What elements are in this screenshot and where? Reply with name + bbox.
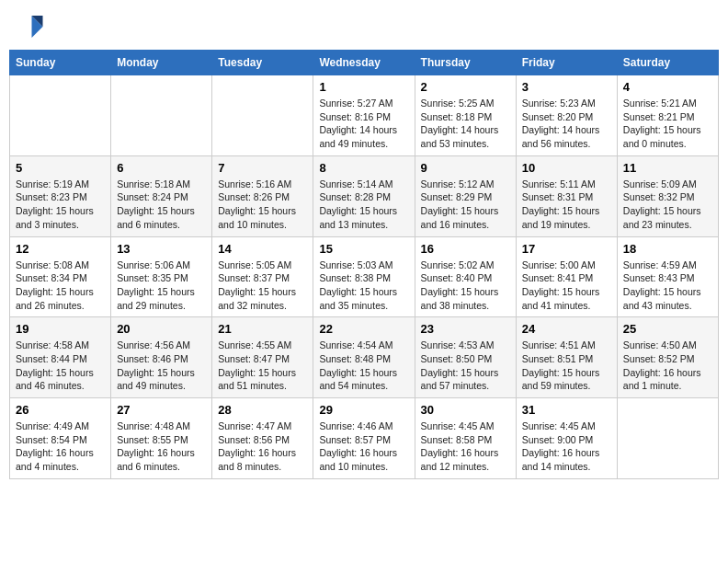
day-info: Sunrise: 4:55 AMSunset: 8:47 PMDaylight:… [218, 339, 307, 393]
day-info: Sunrise: 5:05 AMSunset: 8:37 PMDaylight:… [218, 259, 307, 313]
day-number: 6 [117, 161, 206, 175]
day-number: 25 [623, 322, 712, 336]
day-number: 30 [421, 403, 510, 417]
calendar-cell [617, 398, 718, 479]
calendar-cell: 10Sunrise: 5:11 AMSunset: 8:31 PMDayligh… [516, 155, 617, 236]
calendar-cell: 16Sunrise: 5:02 AMSunset: 8:40 PMDayligh… [415, 236, 516, 317]
day-number: 24 [522, 322, 611, 336]
day-info: Sunrise: 5:21 AMSunset: 8:21 PMDaylight:… [623, 97, 712, 151]
day-info: Sunrise: 5:23 AMSunset: 8:20 PMDaylight:… [522, 97, 611, 151]
week-row-2: 5Sunrise: 5:19 AMSunset: 8:23 PMDaylight… [10, 155, 719, 236]
day-number: 22 [319, 322, 408, 336]
day-number: 19 [16, 322, 105, 336]
day-number: 11 [623, 161, 712, 175]
day-number: 10 [522, 161, 611, 175]
day-number: 23 [421, 322, 510, 336]
calendar-cell: 3Sunrise: 5:23 AMSunset: 8:20 PMDaylight… [516, 75, 617, 156]
calendar-cell: 2Sunrise: 5:25 AMSunset: 8:18 PMDaylight… [415, 75, 516, 156]
weekday-wednesday: Wednesday [313, 51, 415, 75]
page-header [9, 9, 719, 44]
calendar-cell: 28Sunrise: 4:47 AMSunset: 8:56 PMDayligh… [212, 398, 313, 479]
logo [17, 13, 48, 40]
day-number: 9 [421, 161, 510, 175]
weekday-thursday: Thursday [415, 51, 516, 75]
calendar-cell: 5Sunrise: 5:19 AMSunset: 8:23 PMDaylight… [10, 155, 111, 236]
day-info: Sunrise: 5:12 AMSunset: 8:29 PMDaylight:… [421, 178, 510, 232]
day-number: 20 [117, 322, 206, 336]
day-number: 1 [319, 80, 408, 94]
day-info: Sunrise: 4:58 AMSunset: 8:44 PMDaylight:… [16, 339, 105, 393]
day-info: Sunrise: 4:54 AMSunset: 8:48 PMDaylight:… [319, 339, 408, 393]
day-info: Sunrise: 4:46 AMSunset: 8:57 PMDaylight:… [319, 419, 408, 474]
day-info: Sunrise: 4:45 AMSunset: 8:58 PMDaylight:… [421, 419, 510, 474]
calendar-cell: 30Sunrise: 4:45 AMSunset: 8:58 PMDayligh… [415, 398, 516, 479]
week-row-4: 19Sunrise: 4:58 AMSunset: 8:44 PMDayligh… [10, 317, 719, 398]
day-info: Sunrise: 5:19 AMSunset: 8:23 PMDaylight:… [16, 178, 105, 232]
week-row-5: 26Sunrise: 4:49 AMSunset: 8:54 PMDayligh… [10, 398, 719, 479]
calendar-cell [212, 75, 313, 156]
calendar-cell: 1Sunrise: 5:27 AMSunset: 8:16 PMDaylight… [313, 75, 415, 156]
day-number: 31 [522, 403, 611, 417]
day-number: 8 [319, 161, 408, 175]
calendar-cell: 9Sunrise: 5:12 AMSunset: 8:29 PMDaylight… [415, 155, 516, 236]
calendar-cell: 17Sunrise: 5:00 AMSunset: 8:41 PMDayligh… [516, 236, 617, 317]
weekday-sunday: Sunday [10, 51, 111, 75]
day-info: Sunrise: 4:50 AMSunset: 8:52 PMDaylight:… [623, 339, 712, 393]
day-number: 17 [522, 242, 611, 256]
week-row-3: 12Sunrise: 5:08 AMSunset: 8:34 PMDayligh… [10, 236, 719, 317]
day-number: 12 [16, 242, 105, 256]
weekday-saturday: Saturday [617, 51, 718, 75]
day-info: Sunrise: 5:00 AMSunset: 8:41 PMDaylight:… [522, 259, 611, 313]
day-number: 16 [421, 242, 510, 256]
day-info: Sunrise: 4:59 AMSunset: 8:43 PMDaylight:… [623, 259, 712, 313]
day-info: Sunrise: 5:02 AMSunset: 8:40 PMDaylight:… [421, 259, 510, 313]
calendar-cell: 20Sunrise: 4:56 AMSunset: 8:46 PMDayligh… [111, 317, 212, 398]
day-info: Sunrise: 4:45 AMSunset: 9:00 PMDaylight:… [522, 419, 611, 474]
day-info: Sunrise: 4:47 AMSunset: 8:56 PMDaylight:… [218, 419, 307, 474]
day-info: Sunrise: 4:51 AMSunset: 8:51 PMDaylight:… [522, 339, 611, 393]
calendar-cell: 31Sunrise: 4:45 AMSunset: 9:00 PMDayligh… [516, 398, 617, 479]
calendar-cell: 8Sunrise: 5:14 AMSunset: 8:28 PMDaylight… [313, 155, 415, 236]
day-info: Sunrise: 5:18 AMSunset: 8:24 PMDaylight:… [117, 178, 206, 232]
calendar-table: SundayMondayTuesdayWednesdayThursdayFrid… [9, 50, 719, 479]
day-info: Sunrise: 5:25 AMSunset: 8:18 PMDaylight:… [421, 97, 510, 151]
weekday-tuesday: Tuesday [212, 51, 313, 75]
calendar-cell: 6Sunrise: 5:18 AMSunset: 8:24 PMDaylight… [111, 155, 212, 236]
day-info: Sunrise: 5:03 AMSunset: 8:38 PMDaylight:… [319, 259, 408, 313]
day-number: 28 [218, 403, 307, 417]
calendar-cell: 24Sunrise: 4:51 AMSunset: 8:51 PMDayligh… [516, 317, 617, 398]
day-number: 26 [16, 403, 105, 417]
calendar-cell: 12Sunrise: 5:08 AMSunset: 8:34 PMDayligh… [10, 236, 111, 317]
day-info: Sunrise: 5:14 AMSunset: 8:28 PMDaylight:… [319, 178, 408, 232]
day-info: Sunrise: 5:08 AMSunset: 8:34 PMDaylight:… [16, 259, 105, 313]
day-info: Sunrise: 4:48 AMSunset: 8:55 PMDaylight:… [117, 419, 206, 474]
weekday-header-row: SundayMondayTuesdayWednesdayThursdayFrid… [10, 51, 719, 75]
calendar-cell: 11Sunrise: 5:09 AMSunset: 8:32 PMDayligh… [617, 155, 718, 236]
day-info: Sunrise: 4:53 AMSunset: 8:50 PMDaylight:… [421, 339, 510, 393]
day-number: 29 [319, 403, 408, 417]
weekday-monday: Monday [111, 51, 212, 75]
day-number: 7 [218, 161, 307, 175]
calendar-cell: 14Sunrise: 5:05 AMSunset: 8:37 PMDayligh… [212, 236, 313, 317]
calendar-cell: 21Sunrise: 4:55 AMSunset: 8:47 PMDayligh… [212, 317, 313, 398]
calendar-cell: 15Sunrise: 5:03 AMSunset: 8:38 PMDayligh… [313, 236, 415, 317]
day-info: Sunrise: 4:56 AMSunset: 8:46 PMDaylight:… [117, 339, 206, 393]
day-number: 21 [218, 322, 307, 336]
calendar-cell [111, 75, 212, 156]
calendar-cell: 26Sunrise: 4:49 AMSunset: 8:54 PMDayligh… [10, 398, 111, 479]
day-number: 27 [117, 403, 206, 417]
calendar-cell: 13Sunrise: 5:06 AMSunset: 8:35 PMDayligh… [111, 236, 212, 317]
day-number: 3 [522, 80, 611, 94]
day-number: 14 [218, 242, 307, 256]
calendar-cell: 27Sunrise: 4:48 AMSunset: 8:55 PMDayligh… [111, 398, 212, 479]
calendar-cell: 22Sunrise: 4:54 AMSunset: 8:48 PMDayligh… [313, 317, 415, 398]
day-info: Sunrise: 5:06 AMSunset: 8:35 PMDaylight:… [117, 259, 206, 313]
calendar-cell: 4Sunrise: 5:21 AMSunset: 8:21 PMDaylight… [617, 75, 718, 156]
day-number: 13 [117, 242, 206, 256]
calendar-cell: 19Sunrise: 4:58 AMSunset: 8:44 PMDayligh… [10, 317, 111, 398]
day-info: Sunrise: 5:16 AMSunset: 8:26 PMDaylight:… [218, 178, 307, 232]
calendar-cell: 23Sunrise: 4:53 AMSunset: 8:50 PMDayligh… [415, 317, 516, 398]
day-number: 18 [623, 242, 712, 256]
day-number: 4 [623, 80, 712, 94]
day-number: 2 [421, 80, 510, 94]
